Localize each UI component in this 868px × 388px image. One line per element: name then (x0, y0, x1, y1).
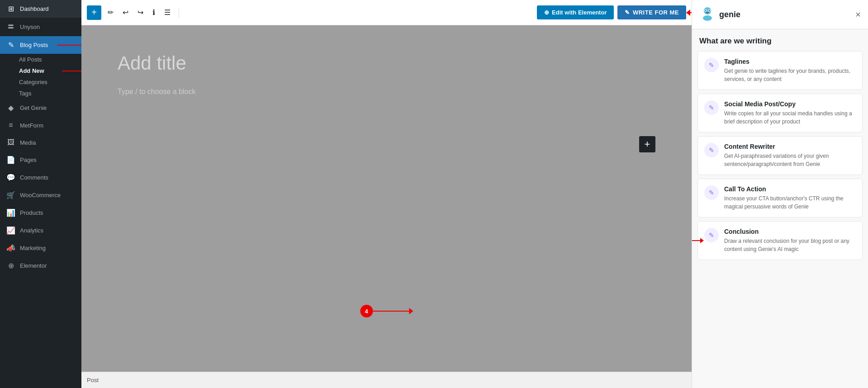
sidebar-item-pages[interactable]: 📄 Pages (0, 151, 81, 169)
pencil-button[interactable]: ✏ (105, 6, 116, 19)
conclusion-icon: ✎ (704, 228, 719, 242)
genie-logo: genie (699, 6, 740, 23)
toolbar: + ✏ ↩ ↪ ℹ ☰ ⊕ Edit with Elementor ✎ WRIT… (81, 0, 692, 25)
metform-icon: ≡ (6, 121, 15, 129)
sidebar-item-unyson[interactable]: 〓 Unyson (0, 18, 81, 36)
sidebar-item-label: Get Genie (20, 104, 47, 111)
social-media-desc: Write copies for all your social media h… (724, 109, 856, 126)
editor-area[interactable]: Add title Type / to choose a block + 4 (81, 25, 692, 372)
taglines-desc: Get genie to write taglines for your bra… (724, 67, 856, 83)
sidebar-item-label: Unyson (20, 24, 40, 30)
sidebar-sub-menu: All Posts Add New 2 Categories Tags (0, 54, 81, 99)
svg-point-5 (709, 10, 710, 11)
taglines-title: Taglines (724, 58, 856, 65)
call-to-action-desc: Increase your CTA button/anchor's CTR us… (724, 194, 856, 211)
content-rewriter-desc: Get AI-paraphrased variations of your gi… (724, 152, 856, 168)
comments-icon: 💬 (6, 173, 15, 182)
sidebar-item-analytics[interactable]: 📈 Analytics (0, 222, 81, 239)
sidebar-item-label: Comments (20, 174, 48, 181)
marketing-icon: 📣 (6, 244, 15, 252)
pencil-icon: ✏ (108, 8, 114, 17)
sidebar-item-label: Products (20, 209, 43, 216)
elementor-icon: ⊕ (6, 261, 15, 270)
redo-button[interactable]: ↪ (135, 6, 146, 19)
sidebar-sub-add-new[interactable]: Add New (19, 65, 81, 76)
editor-inner: Add title Type / to choose a block + 4 (81, 25, 692, 372)
editor-title-placeholder[interactable]: Add title (118, 52, 655, 74)
conclusion-title: Conclusion (724, 228, 856, 235)
sidebar-item-label: WooCommerce (20, 192, 61, 199)
products-icon: 📊 (6, 208, 15, 217)
undo-icon: ↩ (123, 8, 128, 17)
sidebar-item-dashboard[interactable]: ⊞ Dashboard (0, 0, 81, 18)
social-media-title: Social Media Post/Copy (724, 100, 856, 108)
info-button[interactable]: ℹ (150, 6, 158, 19)
sidebar-item-label: Elementor (20, 262, 47, 269)
genie-card-content-rewriter[interactable]: ✎ Content Rewriter Get AI-paraphrased va… (697, 136, 863, 175)
edit-elementor-button[interactable]: ⊕ Edit with Elementor (537, 5, 614, 19)
taglines-content: Taglines Get genie to write taglines for… (724, 58, 856, 83)
sidebar-item-label: Blog Posts (20, 42, 48, 48)
sidebar-item-woocommerce[interactable]: 🛒 WooCommerce (0, 186, 81, 204)
sidebar-sub-all-posts[interactable]: All Posts (19, 54, 81, 65)
genie-logo-icon (699, 6, 716, 23)
content-rewriter-content: Content Rewriter Get AI-paraphrased vari… (724, 143, 856, 168)
sidebar-item-products[interactable]: 📊 Products (0, 204, 81, 222)
genie-card-taglines[interactable]: ✎ Taglines Get genie to write taglines f… (697, 51, 863, 90)
call-to-action-icon: ✎ (704, 185, 719, 200)
toolbar-divider (179, 7, 179, 18)
menu-button[interactable]: ☰ (161, 6, 173, 19)
write-icon: ✎ (625, 9, 630, 16)
sidebar-item-metform[interactable]: ≡ MetForm (0, 117, 81, 134)
sidebar-item-label: Marketing (20, 245, 46, 251)
sidebar-item-label: Pages (20, 156, 37, 163)
analytics-icon: 📈 (6, 226, 15, 235)
editor-add-block-button[interactable]: + (639, 136, 655, 152)
conclusion-content: Conclusion Draw a relevant conclusion fo… (724, 228, 856, 253)
sidebar-item-get-genie[interactable]: ◆ Get Genie (0, 99, 81, 117)
social-media-icon: ✎ (704, 100, 719, 115)
genie-section-title: What are we writing (692, 29, 868, 51)
info-icon: ℹ (152, 8, 155, 17)
undo-button[interactable]: ↩ (120, 6, 131, 19)
call-to-action-title: Call To Action (724, 185, 856, 193)
editor-block-placeholder: Type / to choose a block (118, 88, 655, 96)
post-label: Post (81, 372, 692, 388)
genie-card-social-media[interactable]: ✎ Social Media Post/Copy Write copies fo… (697, 94, 863, 132)
conclusion-desc: Draw a relevant conclusion for your blog… (724, 237, 856, 253)
pages-icon: 📄 (6, 156, 15, 164)
sidebar-item-label: Analytics (20, 227, 43, 234)
genie-close-button[interactable]: × (855, 9, 861, 20)
sidebar-item-marketing[interactable]: 📣 Marketing (0, 239, 81, 257)
redo-icon: ↪ (138, 8, 143, 17)
genie-cards: ✎ Taglines Get genie to write taglines f… (692, 51, 868, 260)
blog-posts-icon: ✎ (6, 41, 15, 49)
genie-card-conclusion[interactable]: ✎ Conclusion Draw a relevant conclusion … (697, 221, 863, 260)
sidebar-item-media[interactable]: 🖼 Media (0, 134, 81, 151)
sidebar-sub-tags[interactable]: Tags (19, 88, 81, 99)
add-block-button[interactable]: + (87, 5, 101, 20)
taglines-icon: ✎ (704, 58, 719, 72)
svg-point-1 (703, 15, 712, 21)
genie-card-call-to-action[interactable]: ✎ Call To Action Increase your CTA butto… (697, 179, 863, 218)
social-media-content: Social Media Post/Copy Write copies for … (724, 100, 856, 126)
get-genie-icon: ◆ (6, 104, 15, 112)
genie-header: genie × (692, 0, 868, 29)
sidebar-item-label: MetForm (20, 122, 43, 129)
media-icon: 🖼 (6, 138, 15, 147)
woocommerce-icon: 🛒 (6, 191, 15, 199)
genie-panel: genie × What are we writing ✎ Taglines G… (692, 0, 868, 388)
main-content: + ✏ ↩ ↪ ℹ ☰ ⊕ Edit with Elementor ✎ WRIT… (81, 0, 692, 388)
sidebar: ⊞ Dashboard 〓 Unyson ✎ Blog Posts 1 All … (0, 0, 81, 388)
sidebar-item-label: Dashboard (20, 5, 49, 12)
content-rewriter-icon: ✎ (704, 143, 719, 157)
sidebar-item-elementor[interactable]: ⊕ Elementor (0, 257, 81, 274)
dashboard-icon: ⊞ (6, 5, 15, 13)
write-for-me-button[interactable]: ✎ WRITE FOR ME (617, 5, 686, 19)
elementor-btn-icon: ⊕ (544, 9, 549, 16)
menu-icon: ☰ (164, 8, 171, 17)
sidebar-item-comments[interactable]: 💬 Comments (0, 169, 81, 186)
sidebar-item-blog-posts[interactable]: ✎ Blog Posts (0, 36, 81, 54)
call-to-action-content: Call To Action Increase your CTA button/… (724, 185, 856, 211)
sidebar-sub-categories[interactable]: Categories (19, 76, 81, 88)
